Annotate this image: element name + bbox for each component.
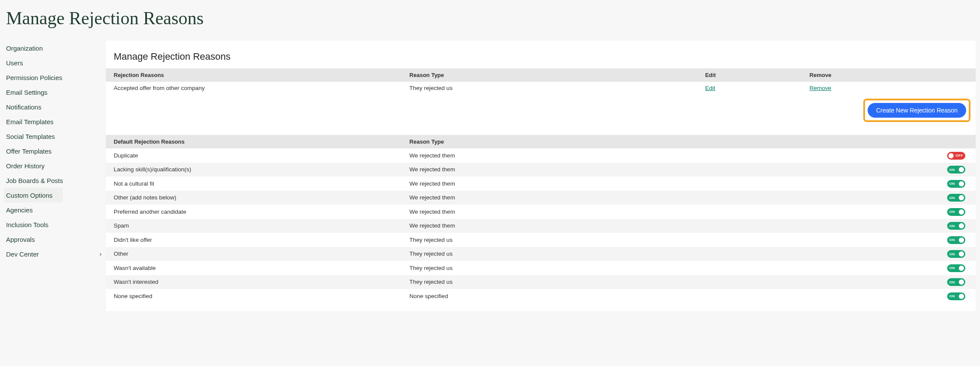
main-panel: Manage Rejection Reasons Rejection Reaso…	[106, 41, 976, 311]
table-row: OtherThey rejected usON	[106, 247, 976, 261]
table-row: Wasn't availableThey rejected usON	[106, 261, 976, 275]
cell-reason: None specified	[106, 289, 402, 303]
cell-type: We rejected them	[402, 148, 802, 163]
th-default-rejection-reasons: Default Rejection Reasons	[106, 135, 402, 148]
toggle-knob	[959, 266, 964, 271]
sidebar-item-label: Job Boards & Posts	[6, 177, 63, 184]
sidebar-item-users[interactable]: Users	[4, 55, 106, 70]
cell-reason: Spam	[106, 219, 402, 233]
highlight-frame: Create New Rejection Reason	[863, 99, 970, 122]
toggle-knob	[959, 279, 964, 285]
sidebar-item-order-history[interactable]: Order History	[4, 158, 106, 173]
cell-reason: Other	[106, 247, 402, 261]
chevron-right-icon: ›	[99, 250, 102, 257]
th-remove: Remove	[802, 68, 976, 82]
cell-reason: Duplicate	[106, 148, 402, 163]
toggle-label: ON	[949, 182, 955, 186]
sidebar-item-social-templates[interactable]: Social Templates	[4, 129, 106, 144]
sidebar-item-organization[interactable]: Organization	[4, 41, 106, 55]
page-title: Manage Rejection Reasons	[0, 0, 980, 41]
cell-toggle: ON	[802, 205, 976, 219]
enable-toggle[interactable]: ON	[947, 236, 965, 244]
sidebar-item-label: Agencies	[6, 206, 33, 214]
sidebar-item-custom-options[interactable]: Custom Options	[4, 188, 63, 202]
cell-type: None specified	[402, 289, 802, 303]
cell-reason: Other (add notes below)	[106, 191, 402, 205]
sidebar-item-approvals[interactable]: Approvals	[4, 232, 106, 247]
cell-type: They rejected us	[402, 261, 802, 275]
toggle-label: ON	[949, 266, 955, 270]
enable-toggle[interactable]: ON	[947, 180, 965, 188]
toggle-label: ON	[949, 168, 955, 172]
sidebar-item-label: Permission Policies	[6, 74, 62, 81]
sidebar-item-notifications[interactable]: Notifications	[4, 100, 106, 114]
cell-type: We rejected them	[402, 177, 802, 191]
sidebar-item-label: Users	[6, 59, 23, 67]
enable-toggle[interactable]: ON	[947, 264, 965, 272]
cell-toggle: ON	[802, 233, 976, 247]
edit-link[interactable]: Edit	[705, 85, 715, 91]
cell-toggle: ON	[802, 163, 976, 177]
table-row: Preferred another candidateWe rejected t…	[106, 205, 976, 219]
sidebar-item-label: Custom Options	[6, 192, 53, 199]
sidebar-item-job-boards-posts[interactable]: Job Boards & Posts	[4, 173, 106, 188]
cell-toggle: ON	[802, 177, 976, 191]
remove-link[interactable]: Remove	[810, 85, 831, 91]
table-row: Accepted offer from other companyThey re…	[106, 82, 976, 94]
toggle-knob	[959, 223, 964, 228]
toggle-label: OFF	[956, 154, 964, 157]
enable-toggle[interactable]: ON	[947, 222, 965, 230]
cell-reason: Accepted offer from other company	[106, 82, 402, 94]
enable-toggle[interactable]: OFF	[947, 152, 965, 160]
toggle-knob	[959, 251, 964, 257]
enable-toggle[interactable]: ON	[947, 250, 965, 258]
enable-toggle[interactable]: ON	[947, 292, 965, 300]
section-title: Manage Rejection Reasons	[106, 51, 976, 68]
toggle-knob	[959, 167, 964, 172]
sidebar-item-permission-policies[interactable]: Permission Policies	[4, 70, 106, 85]
sidebar-item-email-templates[interactable]: Email Templates	[4, 114, 106, 129]
sidebar-item-label: Inclusion Tools	[6, 221, 48, 228]
table-row: Other (add notes below)We rejected themO…	[106, 191, 976, 205]
sidebar-item-label: Notifications	[6, 103, 41, 111]
toggle-knob	[959, 238, 964, 243]
cell-toggle: ON	[802, 191, 976, 205]
sidebar-item-inclusion-tools[interactable]: Inclusion Tools	[4, 217, 106, 232]
cell-toggle: ON	[802, 219, 976, 233]
toggle-knob	[959, 181, 964, 186]
layout: OrganizationUsersPermission PoliciesEmai…	[0, 41, 980, 311]
sidebar-item-label: Organization	[6, 45, 43, 52]
toggle-label: ON	[949, 252, 955, 256]
custom-reasons-table: Rejection Reasons Reason Type Edit Remov…	[106, 68, 976, 94]
enable-toggle[interactable]: ON	[947, 208, 965, 216]
sidebar-item-email-settings[interactable]: Email Settings	[4, 85, 106, 100]
enable-toggle[interactable]: ON	[947, 278, 965, 286]
cell-toggle: ON	[802, 275, 976, 289]
th-reason-type: Reason Type	[402, 68, 697, 82]
cell-toggle: ON	[802, 247, 976, 261]
toggle-label: ON	[949, 294, 955, 298]
sidebar-item-dev-center[interactable]: Dev Center›	[4, 247, 106, 261]
th-rejection-reasons: Rejection Reasons	[106, 68, 402, 82]
enable-toggle[interactable]: ON	[947, 166, 965, 173]
cell-type: We rejected them	[402, 191, 802, 205]
toggle-knob	[959, 294, 964, 299]
cell-type: We rejected them	[402, 163, 802, 177]
sidebar-item-agencies[interactable]: Agencies	[4, 202, 106, 217]
cell-remove: Remove	[802, 82, 976, 94]
sidebar-item-label: Dev Center	[6, 250, 39, 258]
cell-toggle: OFF	[802, 148, 976, 163]
create-new-rejection-reason-button[interactable]: Create New Rejection Reason	[868, 103, 966, 118]
th-edit: Edit	[697, 68, 801, 82]
table-row: SpamWe rejected themON	[106, 219, 976, 233]
enable-toggle[interactable]: ON	[947, 194, 965, 202]
create-action-row: Create New Rejection Reason	[106, 94, 976, 135]
sidebar-item-offer-templates[interactable]: Offer Templates	[4, 144, 106, 158]
cell-type: We rejected them	[402, 219, 802, 233]
cell-reason: Wasn't interested	[106, 275, 402, 289]
cell-toggle: ON	[802, 289, 976, 303]
cell-reason: Wasn't available	[106, 261, 402, 275]
toggle-knob	[959, 209, 964, 215]
cell-type: We rejected them	[402, 205, 802, 219]
sidebar-item-label: Order History	[6, 162, 45, 170]
